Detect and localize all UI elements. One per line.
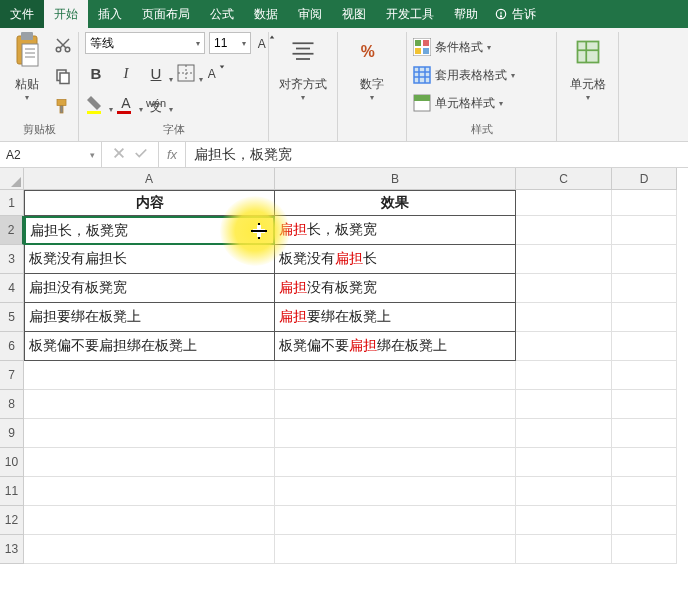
cell-D3[interactable] xyxy=(612,245,677,274)
name-box[interactable]: A2▾ xyxy=(0,142,102,167)
cell-B5[interactable]: 扁担要绑在板凳上 xyxy=(275,303,516,332)
conditional-format-button[interactable]: 条件格式▾ xyxy=(413,34,491,60)
increase-font-icon[interactable]: A xyxy=(255,32,277,54)
font-size-select[interactable]: 11▾ xyxy=(209,32,251,54)
table-format-button[interactable]: 套用表格格式▾ xyxy=(413,62,515,88)
row-header-10[interactable]: 10 xyxy=(0,448,24,477)
cell-B7[interactable] xyxy=(275,361,516,390)
cell-D11[interactable] xyxy=(612,477,677,506)
row-header-12[interactable]: 12 xyxy=(0,506,24,535)
phonetic-button[interactable]: wén文▾ xyxy=(145,92,167,114)
cell-D2[interactable] xyxy=(612,216,677,245)
row-header-2[interactable]: 2 xyxy=(0,216,24,245)
cell-A2[interactable]: 扁担长，板凳宽 xyxy=(24,216,275,245)
cell-C7[interactable] xyxy=(516,361,612,390)
cell-A3[interactable]: 板凳没有扁担长 xyxy=(24,245,275,274)
col-header-C[interactable]: C xyxy=(516,168,612,190)
paste-button[interactable]: 粘贴 ▾ xyxy=(6,32,48,102)
italic-button[interactable]: I xyxy=(115,62,137,84)
table-header-A[interactable]: 内容 xyxy=(24,190,275,216)
cell-D13[interactable] xyxy=(612,535,677,564)
fill-color-button[interactable]: ▾ xyxy=(85,92,107,114)
format-painter-icon[interactable] xyxy=(54,98,72,119)
cell-A12[interactable] xyxy=(24,506,275,535)
cells-area[interactable]: 内容效果扁担长，板凳宽扁担长，板凳宽板凳没有扁担长板凳没有扁担长扁担没有板凳宽扁… xyxy=(24,190,688,613)
cell-B11[interactable] xyxy=(275,477,516,506)
row-header-1[interactable]: 1 xyxy=(0,190,24,216)
tab-view[interactable]: 视图 xyxy=(332,0,376,28)
cell-D8[interactable] xyxy=(612,390,677,419)
cancel-icon[interactable] xyxy=(112,146,126,163)
tab-data[interactable]: 数据 xyxy=(244,0,288,28)
cell-B4[interactable]: 扁担没有板凳宽 xyxy=(275,274,516,303)
cell-A6[interactable]: 板凳偏不要扁担绑在板凳上 xyxy=(24,332,275,361)
cell-B9[interactable] xyxy=(275,419,516,448)
cell-C4[interactable] xyxy=(516,274,612,303)
cell-B6[interactable]: 板凳偏不要扁担绑在板凳上 xyxy=(275,332,516,361)
row-header-5[interactable]: 5 xyxy=(0,303,24,332)
cell-A11[interactable] xyxy=(24,477,275,506)
number-dropdown[interactable]: % 数字 ▾ xyxy=(344,32,400,102)
tell-me[interactable]: 告诉 xyxy=(488,0,542,28)
cell-C8[interactable] xyxy=(516,390,612,419)
cell-C6[interactable] xyxy=(516,332,612,361)
cell-C11[interactable] xyxy=(516,477,612,506)
cell-D7[interactable] xyxy=(612,361,677,390)
table-header-B[interactable]: 效果 xyxy=(275,190,516,216)
row-header-3[interactable]: 3 xyxy=(0,245,24,274)
bold-button[interactable]: B xyxy=(85,62,107,84)
align-dropdown[interactable]: 对齐方式 ▾ xyxy=(275,32,331,102)
font-color-button[interactable]: A▾ xyxy=(115,92,137,114)
tab-formulas[interactable]: 公式 xyxy=(200,0,244,28)
cell-A4[interactable]: 扁担没有板凳宽 xyxy=(24,274,275,303)
cell-B2[interactable]: 扁担长，板凳宽 xyxy=(275,216,516,245)
cell-C5[interactable] xyxy=(516,303,612,332)
border-button[interactable]: ▾ xyxy=(175,62,197,84)
decrease-font-icon[interactable]: A xyxy=(205,62,227,84)
cell-C2[interactable] xyxy=(516,216,612,245)
cell-D5[interactable] xyxy=(612,303,677,332)
fx-button[interactable]: fx xyxy=(159,142,186,167)
cell-D4[interactable] xyxy=(612,274,677,303)
row-header-8[interactable]: 8 xyxy=(0,390,24,419)
cell-C1[interactable] xyxy=(516,190,612,216)
cell-style-button[interactable]: 单元格样式▾ xyxy=(413,90,503,116)
tab-insert[interactable]: 插入 xyxy=(88,0,132,28)
tab-file[interactable]: 文件 xyxy=(0,0,44,28)
cell-A7[interactable] xyxy=(24,361,275,390)
row-header-7[interactable]: 7 xyxy=(0,361,24,390)
row-header-4[interactable]: 4 xyxy=(0,274,24,303)
cell-B12[interactable] xyxy=(275,506,516,535)
tab-review[interactable]: 审阅 xyxy=(288,0,332,28)
font-name-select[interactable]: 等线▾ xyxy=(85,32,205,54)
tab-help[interactable]: 帮助 xyxy=(444,0,488,28)
copy-icon[interactable] xyxy=(54,67,72,88)
select-all-corner[interactable] xyxy=(0,168,24,190)
col-header-D[interactable]: D xyxy=(612,168,677,190)
underline-button[interactable]: U▾ xyxy=(145,62,167,84)
cell-A8[interactable] xyxy=(24,390,275,419)
cells-dropdown[interactable]: 单元格 ▾ xyxy=(563,32,612,102)
cell-A5[interactable]: 扁担要绑在板凳上 xyxy=(24,303,275,332)
row-header-9[interactable]: 9 xyxy=(0,419,24,448)
cell-D1[interactable] xyxy=(612,190,677,216)
cell-D6[interactable] xyxy=(612,332,677,361)
cell-C3[interactable] xyxy=(516,245,612,274)
cell-B10[interactable] xyxy=(275,448,516,477)
col-header-B[interactable]: B xyxy=(275,168,516,190)
cell-B13[interactable] xyxy=(275,535,516,564)
row-header-13[interactable]: 13 xyxy=(0,535,24,564)
cell-D10[interactable] xyxy=(612,448,677,477)
paste-dropdown-icon[interactable]: ▾ xyxy=(25,93,29,102)
row-header-11[interactable]: 11 xyxy=(0,477,24,506)
cell-B8[interactable] xyxy=(275,390,516,419)
cell-A9[interactable] xyxy=(24,419,275,448)
cell-A10[interactable] xyxy=(24,448,275,477)
tab-layout[interactable]: 页面布局 xyxy=(132,0,200,28)
confirm-icon[interactable] xyxy=(134,146,148,163)
cell-C9[interactable] xyxy=(516,419,612,448)
tab-home[interactable]: 开始 xyxy=(44,0,88,28)
cell-B3[interactable]: 板凳没有扁担长 xyxy=(275,245,516,274)
cell-C10[interactable] xyxy=(516,448,612,477)
formula-content[interactable]: 扁担长，板凳宽 xyxy=(186,142,688,167)
